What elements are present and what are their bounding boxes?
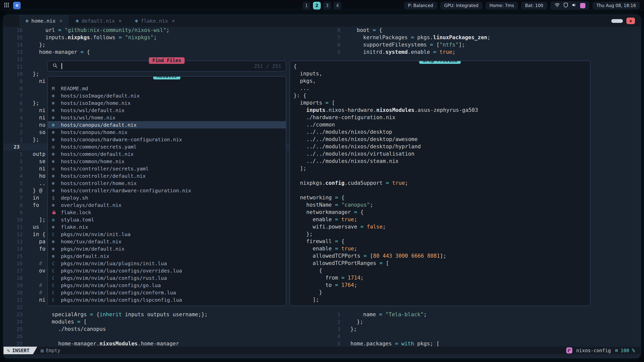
window-close-button[interactable]: × <box>626 18 635 24</box>
editor-pane-right-top[interactable]: 8 boot = {7 kernelPackages = pkgs.linuxP… <box>321 27 639 57</box>
find-files-input[interactable]: Find Files 251 / 251 <box>47 61 286 72</box>
result-item[interactable]: ❄hosts/canopus/default.nix <box>48 121 286 128</box>
result-item[interactable]: ❄hosts/canopus/home.nix <box>48 128 286 136</box>
window-minimize-button[interactable] <box>611 19 623 23</box>
result-count: 251 / 251 <box>254 63 281 69</box>
buffer-indicator: ▤ Empty <box>37 348 60 353</box>
result-item[interactable]: ❄hosts/wsl/default.nix <box>48 107 286 114</box>
result-item[interactable]: ❄pkgs/nvim/default.nix <box>48 245 286 252</box>
lua-icon: ☾ <box>52 275 61 281</box>
tab-close-icon[interactable]: × <box>118 18 122 24</box>
code-line: }; <box>294 231 590 238</box>
result-item[interactable]: ⚙stylua.toml <box>48 216 286 223</box>
code-line: enable = true; <box>294 245 590 252</box>
code-line: ... <box>294 85 590 92</box>
result-item[interactable]: ☾pkgs/nvim/nvim/lua/plugins/init.lua <box>48 260 286 267</box>
code-line: allowedTCPPorts = [80 443 3000 6666 8081… <box>294 252 590 260</box>
clock-module: Thu Aug 08, 18:16 <box>592 2 640 9</box>
wifi-icon[interactable] <box>554 3 560 8</box>
result-label: home/tux/default.nix <box>61 239 122 245</box>
result-label: hosts/canopus/default.nix <box>61 122 137 128</box>
tab-close-icon[interactable]: × <box>59 18 63 24</box>
code-line: 4 <box>321 333 639 340</box>
result-label: pkgs/nvim/nvim/init.lua <box>61 231 131 237</box>
code-line: 26 <box>4 333 293 340</box>
result-label: pkgs/nvim/nvim/lua/configs/lspconfig.lua <box>61 297 182 303</box>
grep-preview-title: Grep Preview <box>419 61 461 64</box>
repo-name[interactable]: nixos-config <box>576 348 611 353</box>
tab-flake.nix[interactable]: ❄flake.nix× <box>129 15 182 27</box>
result-item[interactable]: ❄home/tux/default.nix <box>48 238 286 245</box>
lua-icon: ☾ <box>52 261 61 266</box>
shield-icon[interactable] <box>564 3 568 9</box>
result-item[interactable]: ☾pkgs/nvim/nvim/lua/configs/lspconfig.lu… <box>48 296 286 303</box>
nix-icon: ❄ <box>52 122 61 128</box>
tabline-tabs: ❄home.nix×❄default.nix×❄flake.nix× <box>19 15 182 27</box>
toml-icon: ⚙ <box>52 217 61 222</box>
result-item[interactable]: ❄hosts/common/home.nix <box>48 158 286 165</box>
nix-icon: ❄ <box>52 137 61 142</box>
code-line: 7 kernelPackages = pkgs.linuxPackages_ze… <box>321 34 639 41</box>
tab-label: default.nix <box>82 18 115 24</box>
code-line: ../../modules/nixos/desktop/hyprland <box>294 143 590 150</box>
result-item[interactable]: ❄overlays/default.nix <box>48 201 286 209</box>
result-label: hosts/wsl/default.nix <box>61 107 125 113</box>
nix-icon: ❄ <box>52 159 61 164</box>
nix-icon: ❄ <box>52 129 61 135</box>
result-item[interactable]: ☾pkgs/nvim/nvim/lua/configs/rust.lua <box>48 274 286 282</box>
result-item[interactable]: ❄hosts/wsl/home.nix <box>48 114 286 121</box>
ping-module: Home: 7ms <box>486 2 518 9</box>
result-item[interactable]: ❄hosts/controller/home.nix <box>48 179 286 187</box>
results-title: Results <box>153 76 180 79</box>
workspace-1[interactable]: 1 <box>303 2 310 10</box>
result-item[interactable]: ❄hosts/canopus/hardware-configuration.ni… <box>48 136 286 143</box>
result-item[interactable]: ❄hosts/controller/default.nix <box>48 172 286 179</box>
code-line <box>294 172 590 179</box>
tray-module <box>550 1 589 10</box>
code-line: }: { <box>294 92 590 99</box>
tab-default.nix[interactable]: ❄default.nix× <box>69 15 129 27</box>
tab-home.nix[interactable]: ❄home.nix× <box>19 15 69 27</box>
git-branch-icon <box>566 347 572 353</box>
app-tray-icon[interactable] <box>580 3 585 8</box>
editor-pane-right-bottom[interactable]: 1 name = "Tela-black";2 };3};45home.pack… <box>321 311 639 348</box>
result-item[interactable]: ❄hosts/common/default.nix <box>48 150 286 158</box>
tab-close-icon[interactable]: × <box>172 18 175 24</box>
result-label: hosts/common/secrets.yaml <box>61 144 137 150</box>
result-item[interactable]: ❄hosts/controller/hardware-configuration… <box>48 187 286 194</box>
result-item[interactable]: ☾pkgs/nvim/nvim/lua/configs/overrides.lu… <box>48 267 286 274</box>
result-item[interactable]: ❄hosts/isoImage/home.nix <box>48 99 286 107</box>
workspace-3[interactable]: 3 <box>323 2 331 10</box>
code-line: firewall = { <box>294 238 590 245</box>
workspace-2[interactable]: 2 <box>313 2 321 10</box>
code-line: ../common <box>294 121 590 128</box>
result-item[interactable]: ❄flake.nix <box>48 223 286 231</box>
code-line: nixpkgs.config.cudaSupport = true; <box>294 179 590 187</box>
lines-icon: ≡ <box>615 347 618 353</box>
result-item[interactable]: ⚙hosts/common/secrets.yaml <box>48 143 286 150</box>
result-label: overlays/default.nix <box>61 202 122 208</box>
result-label: hosts/canopus/hardware-configuration.nix <box>61 137 182 143</box>
nixos-logo-icon[interactable]: ❄ <box>13 2 21 9</box>
result-item[interactable]: ☾pkgs/nvim/nvim/lua/configs/go.lua <box>48 282 286 289</box>
result-item[interactable]: flake.lock <box>48 209 286 216</box>
statusline: ✎ INSERT ▤ Empty nixos-config ≡ 100 % <box>4 347 640 354</box>
result-item[interactable]: ❄hosts/isoImage/default.nix <box>48 92 286 99</box>
volume-icon[interactable] <box>572 3 577 8</box>
code-line: allowedTCPPortRanges = [ <box>294 260 590 267</box>
result-label: hosts/common/home.nix <box>61 158 125 164</box>
result-item[interactable]: $deploy.sh <box>48 194 286 201</box>
lua-icon: ☾ <box>52 232 61 237</box>
result-item[interactable]: ☾pkgs/nvim/nvim/lua/configs/conform.lua <box>48 289 286 296</box>
nix-icon: ❄ <box>52 115 61 120</box>
code-line: 5 initrd.systemd.enable = true; <box>321 49 639 56</box>
apps-grid-icon[interactable] <box>4 3 9 9</box>
result-label: stylua.toml <box>61 217 94 223</box>
nix-icon: ❄ <box>52 151 61 157</box>
workspace-4[interactable]: 4 <box>334 2 341 10</box>
result-item[interactable]: MREADME.md <box>48 85 286 92</box>
result-item[interactable]: ❄pkgs/default.nix <box>48 252 286 260</box>
result-item[interactable]: ☾pkgs/nvim/nvim/init.lua <box>48 231 286 238</box>
result-item[interactable]: ⚙hosts/controller/secrets.yaml <box>48 165 286 172</box>
nix-icon: ❄ <box>135 18 138 24</box>
